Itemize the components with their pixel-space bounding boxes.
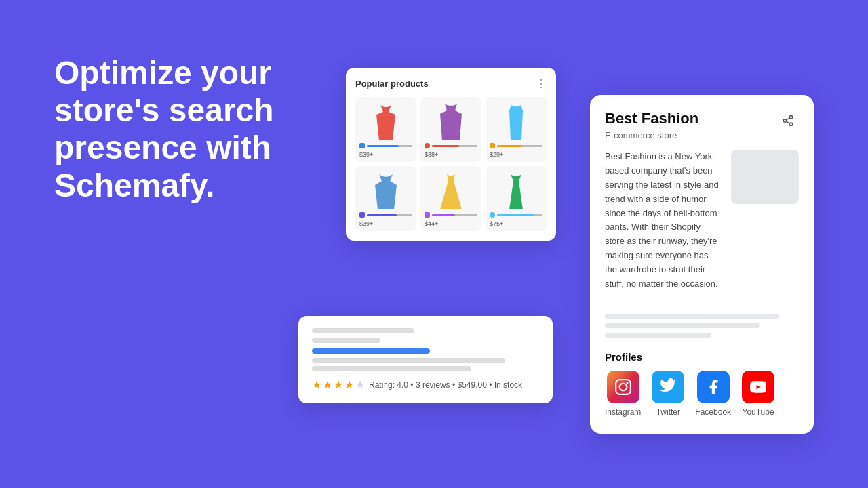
product-info: $38+	[425, 143, 477, 158]
product-price: $75+	[490, 220, 542, 227]
business-thumbnail	[731, 150, 799, 204]
biz-line-3	[605, 333, 711, 338]
product-info: $39+	[359, 212, 412, 227]
svg-line-4	[786, 118, 789, 120]
profile-twitter[interactable]: Twitter	[652, 371, 684, 417]
biz-line-2	[605, 323, 760, 328]
share-icon	[782, 115, 794, 127]
svg-point-6	[619, 384, 627, 391]
products-grid: $39+ $38+	[355, 97, 547, 231]
star-4: ★	[344, 378, 354, 391]
business-name: Best Fashion	[605, 110, 698, 127]
instagram-label: Instagram	[605, 407, 641, 417]
business-header: Best Fashion E-commerce store	[605, 110, 799, 140]
svg-point-1	[783, 119, 787, 123]
facebook-label: Facebook	[695, 407, 731, 417]
products-title: Popular products	[355, 79, 429, 89]
profiles-title: Profiles	[605, 351, 799, 363]
facebook-icon	[697, 371, 730, 403]
search-line-4	[312, 366, 471, 371]
product-info: $75+	[490, 212, 542, 227]
rating-text: Rating: 4.0 • 3 reviews • $549.00 • In s…	[369, 380, 522, 390]
product-info: $39+	[359, 143, 412, 158]
business-title-block: Best Fashion E-commerce store	[605, 110, 698, 140]
facebook-svg	[705, 378, 722, 396]
svg-point-7	[626, 382, 628, 384]
youtube-label: YouTube	[742, 407, 774, 417]
product-price: $39+	[359, 151, 412, 158]
business-content-row: Best Fashion is a New York-based company…	[605, 150, 799, 303]
business-name-section: Best Fashion E-commerce store	[605, 110, 799, 140]
product-image	[500, 171, 532, 212]
business-card: Best Fashion E-commerce store Best Fashi…	[590, 95, 814, 434]
list-item[interactable]: $29+	[486, 97, 547, 162]
list-item[interactable]: $38+	[420, 97, 481, 162]
search-line-2	[312, 338, 380, 343]
profile-instagram[interactable]: Instagram	[605, 371, 641, 417]
business-desc-block: Best Fashion is a New York-based company…	[605, 150, 722, 303]
twitter-icon	[652, 371, 684, 403]
product-image	[435, 102, 467, 143]
instagram-icon	[607, 371, 639, 403]
svg-point-0	[789, 116, 793, 119]
star-rating: ★ ★ ★ ★ ★	[312, 378, 365, 391]
svg-rect-5	[616, 380, 631, 395]
svg-point-2	[789, 123, 793, 126]
product-image	[370, 171, 402, 212]
instagram-svg	[614, 378, 632, 396]
product-image	[500, 102, 532, 143]
star-5: ★	[355, 378, 365, 391]
star-1: ★	[312, 378, 321, 391]
twitter-svg	[659, 378, 677, 396]
list-item[interactable]: $39+	[355, 166, 416, 231]
product-image	[370, 102, 402, 143]
star-3: ★	[334, 378, 343, 391]
search-blue-bar	[312, 348, 430, 354]
search-lines	[312, 328, 539, 343]
product-info: $29+	[490, 143, 542, 158]
biz-line-1	[605, 314, 779, 319]
star-2: ★	[323, 378, 332, 391]
hero-section: Optimize your store's search presence wi…	[54, 54, 312, 204]
business-type: E-commerce store	[605, 130, 698, 140]
products-menu-icon[interactable]: ⋮	[536, 77, 547, 90]
share-button[interactable]	[777, 110, 799, 131]
product-image	[435, 171, 467, 212]
product-price: $39+	[359, 220, 412, 227]
search-result-card: ★ ★ ★ ★ ★ Rating: 4.0 • 3 reviews • $549…	[298, 316, 553, 403]
product-price: $29+	[490, 151, 542, 158]
youtube-svg	[749, 378, 767, 396]
profiles-grid: Instagram Twitter Facebook	[605, 371, 799, 417]
business-extra-lines	[605, 314, 799, 338]
product-info: $44+	[425, 212, 477, 227]
twitter-label: Twitter	[656, 407, 680, 417]
svg-line-3	[786, 121, 789, 123]
search-line-3	[312, 358, 505, 363]
product-price: $44+	[425, 220, 477, 227]
profile-youtube[interactable]: YouTube	[742, 371, 774, 417]
hero-title: Optimize your store's search presence wi…	[54, 54, 312, 204]
products-card: Popular products ⋮ $39+	[346, 68, 556, 241]
business-description: Best Fashion is a New York-based company…	[605, 150, 722, 291]
youtube-icon	[742, 371, 774, 403]
search-line-1	[312, 328, 414, 333]
profile-facebook[interactable]: Facebook	[695, 371, 731, 417]
profiles-section: Profiles Instagram	[605, 351, 799, 417]
list-item[interactable]: $39+	[355, 97, 416, 162]
products-header: Popular products ⋮	[355, 77, 547, 90]
list-item[interactable]: $44+	[420, 166, 481, 231]
search-meta: ★ ★ ★ ★ ★ Rating: 4.0 • 3 reviews • $549…	[312, 378, 539, 391]
list-item[interactable]: $75+	[486, 166, 547, 231]
product-price: $38+	[425, 151, 477, 158]
